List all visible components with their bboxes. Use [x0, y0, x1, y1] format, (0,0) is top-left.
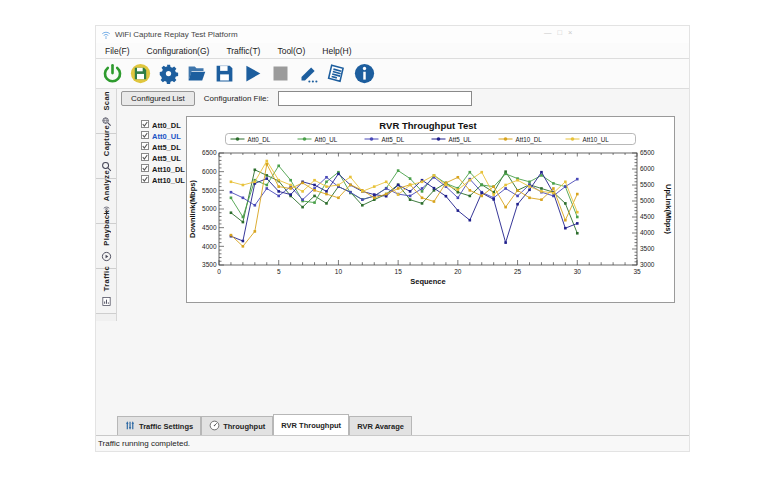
data-point [325, 185, 328, 188]
titlebar[interactable]: WiFi Capture Replay Test Platform —□× [96, 26, 689, 43]
data-point [433, 174, 436, 177]
data-point [469, 171, 472, 174]
data-point [469, 189, 472, 192]
x-tick-label: 15 [395, 268, 403, 275]
edit-icon[interactable] [297, 63, 319, 85]
configured-list-button[interactable]: Configured List [121, 91, 195, 106]
menu-item-toolo[interactable]: Tool(O) [277, 46, 305, 56]
bottom-tab-rvr-avarage[interactable]: RVR Avarage [349, 416, 412, 436]
series-item-att10_dl[interactable]: Att10_DL [141, 164, 185, 174]
sidebar-tab-label: Capture [102, 125, 111, 156]
data-point [385, 187, 388, 190]
sidebar-tab-playback[interactable]: Playback [96, 224, 116, 269]
data-point [325, 176, 328, 179]
play-icon[interactable] [241, 63, 263, 85]
maximize-button[interactable]: □ [558, 28, 563, 37]
stop-icon[interactable] [269, 63, 291, 85]
data-point [373, 193, 376, 196]
data-point [337, 197, 340, 200]
data-point [540, 171, 543, 174]
configuration-file-input[interactable] [278, 91, 472, 106]
data-point [480, 195, 483, 198]
bottom-tab-traffic-settings[interactable]: Traffic Settings [117, 416, 201, 436]
data-point [516, 195, 519, 198]
data-point [528, 185, 531, 188]
checkbox-checked-icon[interactable] [141, 131, 149, 141]
data-point [313, 189, 316, 192]
playback-icon [101, 248, 112, 266]
menu-item-helph[interactable]: Help(H) [322, 46, 351, 56]
data-point [552, 187, 555, 190]
y-right-tick-label: 3000 [640, 261, 655, 268]
chart-panel: RVR Throughput TestAtt0_DLAtt0_ULAtt5_DL… [186, 116, 675, 303]
data-point [492, 198, 495, 201]
sidebar-tab-label: Traffic [102, 266, 111, 291]
save-config-icon[interactable] [129, 63, 151, 85]
y-left-tick-label: 6500 [202, 149, 217, 156]
menu-item-filef[interactable]: File(F) [105, 46, 130, 56]
legend-marker [370, 137, 374, 141]
checkbox-checked-icon[interactable] [141, 164, 149, 174]
info-icon[interactable] [353, 63, 375, 85]
bottom-tab-rvr-throughput[interactable]: RVR Throughput [273, 414, 349, 436]
checkbox-checked-icon[interactable] [141, 153, 149, 163]
data-point [504, 173, 507, 176]
save-file-icon[interactable] [213, 63, 235, 85]
sidebar-tab-traffic[interactable]: Traffic [96, 269, 116, 314]
data-point [230, 191, 233, 194]
data-point [445, 195, 448, 198]
series-item-att0_dl[interactable]: Att0_DL [141, 120, 185, 130]
data-point [433, 200, 436, 203]
data-point [313, 179, 316, 182]
data-point [230, 197, 233, 200]
series-item-att5_ul[interactable]: Att5_UL [141, 153, 185, 163]
data-point [385, 181, 388, 184]
settings-gear-icon[interactable] [157, 63, 179, 85]
power-icon[interactable] [101, 63, 123, 85]
series-item-label: Att0_UL [152, 132, 181, 141]
legend-marker [236, 137, 240, 141]
config-row: Configured List Configuration File: [121, 91, 472, 106]
data-point [265, 174, 268, 177]
data-point [242, 197, 245, 200]
status-bar: Traffic running completed. [96, 435, 689, 451]
data-point [265, 184, 268, 187]
series-item-att0_ul[interactable]: Att0_UL [141, 131, 185, 141]
data-point [277, 190, 280, 193]
data-point [576, 222, 579, 225]
wifi-app-icon [101, 30, 111, 40]
data-point [564, 219, 567, 222]
legend-label-att10_ul: Att10_UL [583, 136, 610, 144]
menu-item-configurationg[interactable]: Configuration(G) [147, 46, 210, 56]
log-icon[interactable] [325, 63, 347, 85]
series-item-label: Att10_DL [152, 165, 185, 174]
bottom-tab-throughput[interactable]: Throughput [201, 416, 273, 436]
data-point [469, 219, 472, 222]
menu-item-traffict[interactable]: Traffic(T) [226, 46, 260, 56]
checkbox-checked-icon[interactable] [141, 120, 149, 130]
data-point [325, 190, 328, 193]
window-title: WiFi Capture Replay Test Platform [115, 30, 238, 39]
data-point [254, 204, 257, 207]
series-item-att10_ul[interactable]: Att10_UL [141, 175, 185, 185]
data-point [337, 184, 340, 187]
data-point [540, 190, 543, 193]
data-point [409, 190, 412, 193]
close-button[interactable]: × [568, 28, 572, 37]
y-right-tick-label: 6000 [640, 165, 655, 172]
y-left-tick-label: 4500 [202, 224, 217, 231]
data-point [230, 181, 233, 184]
legend-marker [571, 137, 575, 141]
data-point [576, 216, 579, 219]
legend-label-att5_dl: Att5_DL [382, 136, 405, 144]
checkbox-checked-icon[interactable] [141, 142, 149, 152]
series-item-att5_dl[interactable]: Att5_DL [141, 142, 185, 152]
x-tick-label: 10 [335, 268, 343, 275]
open-file-icon[interactable] [185, 63, 207, 85]
data-point [480, 184, 483, 187]
minimize-button[interactable]: — [544, 28, 552, 37]
data-point [254, 169, 257, 172]
checkbox-checked-icon[interactable] [141, 175, 149, 185]
legend-label-att5_ul: Att5_UL [449, 136, 472, 144]
x-tick-label: 0 [217, 268, 221, 275]
